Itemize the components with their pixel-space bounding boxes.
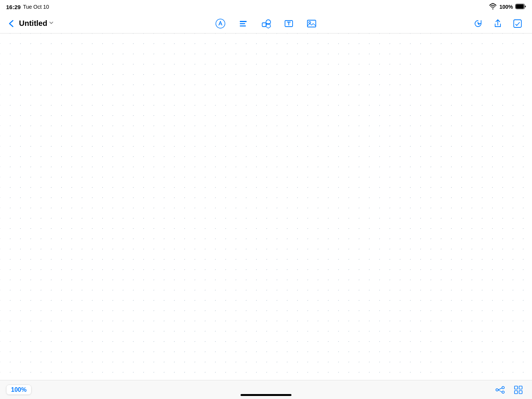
- svg-point-15: [502, 391, 504, 393]
- battery-label: 100%: [499, 4, 513, 10]
- zoom-badge[interactable]: 100%: [6, 386, 32, 393]
- doc-title-text: Untitled: [19, 19, 47, 28]
- svg-rect-19: [519, 391, 522, 394]
- history-button[interactable]: [470, 15, 486, 32]
- svg-point-0: [492, 8, 494, 10]
- date: Tue Oct 10: [23, 4, 49, 10]
- time: 16:29: [6, 4, 21, 10]
- nodes-button[interactable]: [492, 382, 508, 397]
- bottom-right-icons: [492, 382, 526, 397]
- status-left: 16:29 Tue Oct 10: [6, 4, 49, 10]
- svg-point-13: [496, 389, 498, 391]
- svg-rect-7: [262, 23, 266, 27]
- back-button[interactable]: [6, 17, 17, 30]
- shape-tool-button[interactable]: [258, 15, 274, 32]
- dot-grid: [0, 33, 532, 380]
- bottom-bar: 100%: [0, 380, 532, 399]
- svg-rect-4: [240, 21, 247, 22]
- svg-rect-6: [240, 25, 246, 27]
- pen-tool-button[interactable]: [212, 15, 229, 32]
- wifi-icon: [489, 2, 497, 12]
- svg-rect-17: [519, 386, 522, 389]
- svg-rect-10: [307, 20, 316, 27]
- svg-point-11: [309, 21, 311, 23]
- svg-rect-18: [515, 391, 518, 394]
- grid-button[interactable]: [511, 382, 526, 397]
- doc-title-chevron: [49, 20, 54, 27]
- doc-title[interactable]: Untitled: [19, 19, 54, 28]
- svg-rect-2: [516, 4, 524, 8]
- status-bar: 16:29 Tue Oct 10 100%: [0, 0, 532, 14]
- svg-rect-5: [240, 23, 245, 24]
- home-indicator: [241, 394, 291, 396]
- share-button[interactable]: [489, 15, 506, 32]
- more-edit-button[interactable]: [509, 15, 526, 32]
- svg-point-14: [502, 386, 504, 389]
- svg-rect-12: [514, 20, 521, 27]
- zoom-level[interactable]: 100%: [6, 385, 32, 395]
- textbox-tool-button[interactable]: [280, 15, 297, 32]
- status-right: 100%: [489, 2, 526, 12]
- canvas-area[interactable]: [0, 33, 532, 380]
- toolbar: Untitled •••: [0, 14, 532, 33]
- toolbar-center: •••: [212, 15, 320, 32]
- battery-icon: [515, 4, 526, 10]
- image-tool-button[interactable]: [303, 15, 320, 32]
- text-tool-button[interactable]: [235, 15, 252, 32]
- svg-point-3: [216, 19, 225, 28]
- svg-rect-16: [515, 386, 518, 389]
